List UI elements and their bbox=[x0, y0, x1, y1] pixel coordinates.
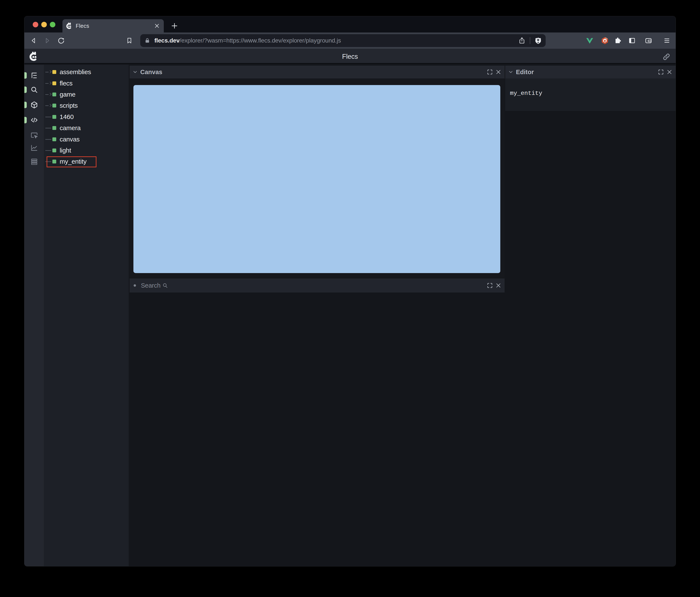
traffic-light-close[interactable] bbox=[33, 22, 38, 27]
rail-indicator bbox=[24, 102, 27, 108]
app-content: assemblies flecs game bbox=[24, 65, 676, 566]
sidebar-toggle-icon[interactable] bbox=[628, 37, 636, 44]
fullscreen-icon[interactable] bbox=[486, 282, 493, 289]
rail-entities-icon[interactable] bbox=[29, 100, 39, 110]
editor-panel-header[interactable]: Editor bbox=[505, 66, 676, 78]
rail-indicator bbox=[24, 86, 27, 93]
tree-item-assemblies[interactable]: assemblies bbox=[44, 67, 129, 78]
reload-icon[interactable] bbox=[57, 37, 65, 45]
canvas-panel-header[interactable]: Canvas bbox=[130, 66, 505, 78]
tree-item-label: light bbox=[60, 147, 71, 154]
tree-item-canvas[interactable]: canvas bbox=[44, 133, 129, 145]
tree-item-scripts[interactable]: scripts bbox=[44, 100, 129, 111]
tree-item-label: 1460 bbox=[60, 113, 74, 121]
tree-connector bbox=[45, 150, 51, 151]
selection-highlight bbox=[47, 156, 96, 167]
tab-close-icon[interactable] bbox=[152, 21, 161, 30]
collapse-chevron-icon[interactable] bbox=[508, 69, 514, 75]
bookmark-icon[interactable] bbox=[126, 37, 133, 44]
rail-data-icon[interactable] bbox=[29, 157, 39, 166]
editor-code[interactable]: my_entity bbox=[510, 90, 542, 97]
tree-item-camera[interactable]: camera bbox=[44, 123, 129, 133]
lock-icon bbox=[144, 37, 151, 44]
vue-devtools-icon[interactable] bbox=[586, 37, 594, 45]
tree-item-label: flecs bbox=[60, 80, 73, 87]
tree-item-light[interactable]: light bbox=[44, 145, 129, 156]
flecs-logo-icon[interactable] bbox=[29, 52, 39, 61]
tab-title: Flecs bbox=[76, 23, 89, 29]
tree-connector bbox=[45, 139, 51, 140]
tree-item-1460[interactable]: 1460 bbox=[44, 111, 129, 123]
url-text: flecs.dev/explorer/?wasm=https://www.fle… bbox=[154, 37, 341, 44]
rail-indicator bbox=[24, 72, 27, 79]
new-tab-button[interactable] bbox=[169, 20, 180, 32]
entity-swatch bbox=[52, 70, 56, 74]
search-panel-title: Search bbox=[141, 282, 160, 289]
fullscreen-icon[interactable] bbox=[486, 69, 493, 75]
search-panel-header[interactable]: Search bbox=[130, 279, 505, 292]
tree-item-label: canvas bbox=[60, 136, 79, 143]
page-title: Flecs bbox=[342, 53, 358, 60]
address-bar[interactable]: flecs.dev/explorer/?wasm=https://www.fle… bbox=[140, 34, 546, 47]
permalink-icon[interactable] bbox=[662, 52, 671, 61]
brave-shield-icon[interactable] bbox=[534, 36, 542, 45]
fullscreen-icon[interactable] bbox=[658, 69, 664, 75]
rail-indicator bbox=[24, 117, 27, 123]
render-canvas[interactable] bbox=[133, 85, 500, 273]
close-panel-icon[interactable] bbox=[495, 282, 502, 289]
entity-swatch bbox=[52, 115, 56, 119]
tree-connector bbox=[45, 95, 51, 95]
browser-window: Flecs bbox=[24, 16, 676, 566]
rail-inspector-icon[interactable] bbox=[29, 131, 39, 140]
tree-connector bbox=[45, 72, 51, 73]
extension-hexagon-icon[interactable] bbox=[601, 36, 609, 45]
url-domain: flecs.dev bbox=[154, 37, 180, 44]
address-bar-divider bbox=[530, 37, 530, 44]
tree-item-label: scripts bbox=[60, 102, 78, 109]
tree-item-flecs[interactable]: flecs bbox=[44, 78, 129, 89]
browser-tab[interactable]: Flecs bbox=[62, 19, 164, 32]
editor-panel-title: Editor bbox=[516, 69, 534, 76]
browser-toolbar: flecs.dev/explorer/?wasm=https://www.fle… bbox=[24, 32, 676, 49]
icon-rail bbox=[24, 65, 44, 566]
back-icon[interactable] bbox=[30, 37, 37, 44]
rail-code-icon[interactable] bbox=[29, 115, 39, 125]
editor-body[interactable]: my_entity bbox=[505, 78, 676, 111]
entity-swatch bbox=[52, 137, 56, 141]
rail-statistics-icon[interactable] bbox=[29, 143, 39, 153]
forward-icon[interactable] bbox=[44, 37, 51, 44]
tab-favicon-flecs-icon bbox=[66, 22, 73, 29]
search-icon bbox=[161, 282, 169, 289]
search-panel: Search bbox=[130, 279, 505, 292]
editor-panel: Editor my_entity bbox=[505, 66, 676, 111]
tree-item-label: assemblies bbox=[60, 68, 91, 76]
tree-connector bbox=[45, 117, 51, 118]
collapse-chevron-icon[interactable] bbox=[132, 69, 138, 75]
tree-item-label: camera bbox=[60, 124, 81, 132]
extensions-puzzle-icon[interactable] bbox=[614, 37, 622, 44]
traffic-light-zoom[interactable] bbox=[50, 22, 55, 27]
main-area: Canvas Se bbox=[129, 65, 676, 566]
entity-swatch bbox=[52, 126, 56, 130]
menu-icon[interactable] bbox=[663, 37, 671, 44]
tree-connector bbox=[45, 128, 51, 129]
wallet-icon[interactable] bbox=[645, 37, 652, 45]
canvas-panel-title: Canvas bbox=[140, 69, 162, 76]
share-icon[interactable] bbox=[518, 37, 526, 44]
tree-connector bbox=[45, 83, 51, 84]
tab-bar: Flecs bbox=[24, 16, 676, 32]
entity-tree: assemblies flecs game bbox=[44, 67, 129, 167]
traffic-light-minimize[interactable] bbox=[41, 22, 47, 27]
entity-tree-panel: assemblies flecs game bbox=[44, 65, 129, 566]
close-panel-icon[interactable] bbox=[666, 69, 673, 75]
tree-item-label: game bbox=[60, 91, 75, 98]
tree-item-game[interactable]: game bbox=[44, 89, 129, 100]
rail-search-icon[interactable] bbox=[29, 85, 39, 95]
web-page: Flecs bbox=[24, 49, 676, 566]
entity-swatch bbox=[52, 81, 56, 85]
url-path: /explorer/?wasm=https://www.flecs.dev/ex… bbox=[180, 37, 341, 44]
rail-tree-view-icon[interactable] bbox=[29, 71, 39, 80]
entity-swatch bbox=[52, 149, 56, 152]
entity-swatch bbox=[52, 93, 56, 96]
close-panel-icon[interactable] bbox=[495, 69, 502, 75]
